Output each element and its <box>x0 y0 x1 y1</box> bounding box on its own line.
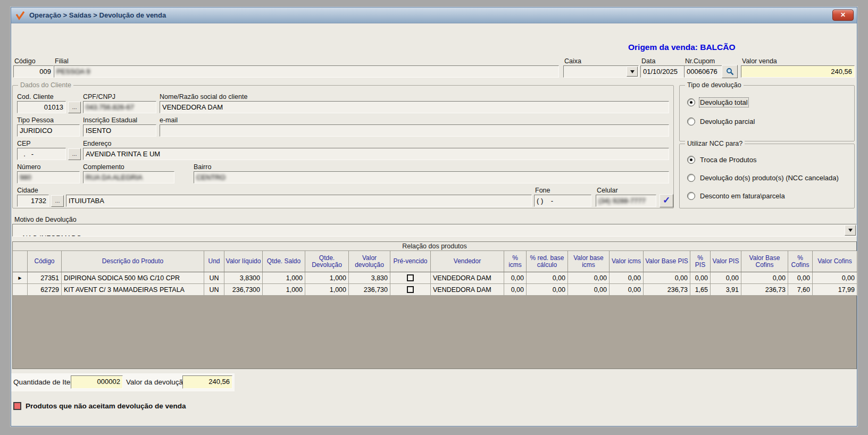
tipo-devolucao-groupbox: Tipo de devolução Devolução total Devolu… <box>679 85 855 141</box>
chevron-down-icon <box>848 229 853 232</box>
cidade-nome-field[interactable]: ITUIUTABA <box>66 195 532 207</box>
close-button[interactable]: ✕ <box>832 10 854 21</box>
inscricao-label: Inscrição Estadual <box>83 116 137 124</box>
celular-field[interactable]: (34) 9288-7777 <box>596 195 656 207</box>
column-header: Valor Cofins <box>813 251 857 272</box>
bairro-label: Bairro <box>194 163 211 171</box>
complemento-label: Complemento <box>83 163 124 171</box>
column-header: Valor base icms <box>568 251 610 272</box>
radio-devolucao-parcial[interactable]: Devolução parcial <box>687 118 755 126</box>
column-header: Valor Base Cofins <box>741 251 788 272</box>
check-icon: ✓ <box>663 195 670 205</box>
column-header: Qtde. Saldo <box>263 251 305 272</box>
close-icon: ✕ <box>840 11 846 19</box>
motivo-select[interactable]: NAO INFORMADO <box>12 224 857 237</box>
filial-field[interactable]: PESSOA 9 <box>54 65 559 78</box>
nome-field[interactable]: VENDEDORA DAM <box>160 101 669 113</box>
endereco-field[interactable]: AVENIDA TRINTA E UM <box>83 148 669 160</box>
caixa-select[interactable]: PDV 01 <box>563 65 639 78</box>
tipo-devolucao-group-label: Tipo de devolução <box>685 81 744 89</box>
radio-icon[interactable] <box>687 98 695 106</box>
cidade-lookup-button[interactable]: ... <box>51 195 64 207</box>
grid-header-row: Código Descrição do Produto Und Valor lí… <box>13 251 856 272</box>
ellipsis-icon: ... <box>72 104 77 110</box>
nome-label: Nome/Razão social do cliente <box>160 93 247 101</box>
caixa-dropdown-button[interactable] <box>627 66 638 77</box>
window-title: Operação > Saídas > Devolução de venda <box>29 11 166 19</box>
column-header: Descrição do Produto <box>62 251 204 272</box>
celular-label: Celular <box>597 187 618 194</box>
column-header: % red. base cálculo <box>527 251 568 272</box>
radio-icon[interactable] <box>687 174 695 182</box>
cpf-field[interactable]: 043.756.826-67 <box>83 101 156 113</box>
summary-strip: Quantidade de Itens: 000002 Valor da dev… <box>11 373 235 391</box>
pre-vencido-checkbox[interactable] <box>407 286 414 293</box>
column-header: Qtde. Devolução <box>305 251 349 272</box>
valor-venda-label: Valor venda <box>742 57 777 65</box>
codigo-field[interactable]: 009 <box>13 65 54 78</box>
fone-label: Fone <box>535 187 550 194</box>
column-header: Vendedor <box>431 251 504 272</box>
cidade-codigo-field[interactable]: 1732 <box>17 195 49 207</box>
cliente-groupbox: Dados do Cliente Cod. Cliente 01013 ... … <box>12 85 674 208</box>
search-button[interactable] <box>722 65 738 78</box>
caixa-label: Caixa <box>564 57 581 65</box>
column-header: Valor icms <box>610 251 644 272</box>
cod-cliente-field[interactable]: 01013 <box>17 101 66 113</box>
cep-label: CEP <box>17 140 31 147</box>
confirm-cliente-button[interactable]: ✓ <box>660 194 673 207</box>
ncc-groupbox: Utilizar NCC para? Troca de Produtos Dev… <box>679 144 855 208</box>
row-indicator <box>13 284 28 296</box>
table-row[interactable]: ► 27351 DIPIRONA SODICA 500 MG C/10 CPR … <box>13 272 856 284</box>
valor-devolucao-field: 240,56 <box>182 375 232 389</box>
numero-field[interactable]: 980 <box>17 171 80 183</box>
row-indicator: ► <box>13 272 28 284</box>
inscricao-field[interactable]: ISENTO <box>83 124 156 137</box>
radio-icon[interactable] <box>687 156 695 164</box>
qtd-itens-field: 000002 <box>71 375 123 389</box>
bairro-field[interactable]: CENTRO <box>194 171 669 183</box>
legend-row: Produtos que não aceitam devolução de ve… <box>13 402 186 410</box>
radio-icon[interactable] <box>687 118 695 126</box>
tipo-pessoa-field[interactable]: JURIDICO <box>17 124 80 137</box>
legend-red-square-icon <box>13 402 21 410</box>
grid-caption: Relação dos produtos <box>13 242 856 251</box>
motivo-dropdown-button[interactable] <box>845 225 856 236</box>
radio-desconto-fatura[interactable]: Desconto em fatura\parcela <box>687 192 785 200</box>
column-header: Pré-vencido <box>390 251 431 272</box>
numero-label: Número <box>17 163 40 171</box>
grid-empty-area <box>13 296 856 369</box>
magnifier-icon <box>726 68 734 76</box>
column-header: Código <box>28 251 62 272</box>
data-label: Data <box>641 57 655 65</box>
ellipsis-icon: ... <box>72 150 77 157</box>
cliente-group-label: Dados do Cliente <box>18 81 73 89</box>
complemento-field[interactable]: RUA DA ALEGRIA <box>83 171 174 183</box>
radio-devolucao-total[interactable]: Devolução total <box>687 98 748 106</box>
radio-devolucao-ncc-cancelada[interactable]: Devolução do(s) produto(s) (NCC cancelad… <box>687 174 839 182</box>
cpf-label: CPF/CNPJ <box>83 93 115 101</box>
column-header: Valor líquido <box>224 251 263 272</box>
email-field[interactable] <box>160 124 669 137</box>
column-header: Valor devolução <box>349 251 390 272</box>
cliente-lookup-button[interactable]: ... <box>68 102 81 113</box>
motivo-label: Motivo de Devolução <box>14 216 77 223</box>
cidade-label: Cidade <box>17 187 38 194</box>
qtd-itens-label: Quantidade de Itens: <box>13 378 80 386</box>
cep-field[interactable]: . - <box>17 148 66 160</box>
table-row[interactable]: 62729 KIT AVENT C/ 3 MAMADEIRAS PETALA U… <box>13 284 856 296</box>
column-header: Valor Base PIS <box>644 251 690 272</box>
ellipsis-icon: ... <box>55 197 60 204</box>
pre-vencido-checkbox[interactable] <box>407 274 414 281</box>
column-header: % PIS <box>690 251 711 272</box>
radio-icon[interactable] <box>687 192 695 200</box>
valor-venda-field: 240,56 <box>741 65 855 78</box>
column-header: Valor PIS <box>711 251 741 272</box>
radio-troca-produtos[interactable]: Troca de Produtos <box>687 156 756 164</box>
cod-cliente-label: Cod. Cliente <box>17 93 54 101</box>
column-header: Und <box>204 251 224 272</box>
title-bar: Operação > Saídas > Devolução de venda ✕ <box>11 7 857 23</box>
cep-lookup-button[interactable]: ... <box>68 148 81 160</box>
fone-field[interactable]: ( ) - <box>534 195 591 207</box>
data-field[interactable]: 01/10/2025 <box>640 65 690 78</box>
